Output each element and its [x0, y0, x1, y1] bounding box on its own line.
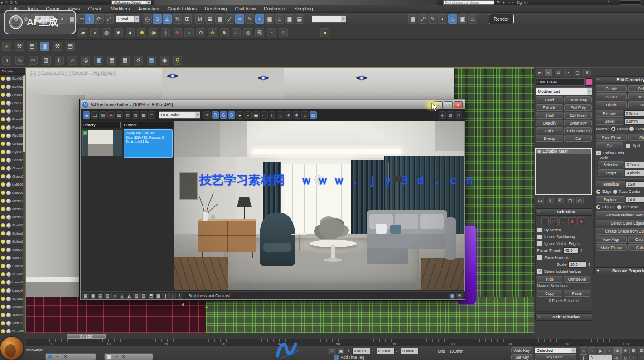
selection-checkbox[interactable]: By Vertex — [537, 226, 591, 233]
modifier-button[interactable]: Shell — [536, 112, 563, 119]
viewport-nav-icon[interactable]: ◔ — [629, 355, 637, 360]
viewport-nav-icon[interactable]: ⊡ — [638, 347, 644, 354]
scatter-object-icon[interactable]: ∦ — [161, 28, 170, 37]
vfb-correction-icon[interactable]: ◭ — [126, 293, 132, 299]
coord-system-dropdown[interactable]: Local▾ — [116, 15, 140, 23]
extrude-button[interactable]: Extrude — [596, 110, 623, 117]
toolbar-icon[interactable]: ▣ — [94, 56, 103, 65]
toolbar-icon[interactable]: ✎ — [245, 14, 254, 24]
modifier-button[interactable]: UVW Map — [564, 96, 592, 103]
visibility-bulb-icon[interactable] — [1, 231, 5, 235]
toolbar-icon[interactable]: ✎ — [428, 14, 437, 24]
vfb-toolbar-icon[interactable]: ● — [236, 111, 243, 119]
stack-toolbar-icon[interactable]: ⎘ — [557, 197, 564, 204]
viewport-nav-icon[interactable]: ⊞ — [629, 347, 637, 354]
maximize-button[interactable]: ▢ — [444, 101, 453, 108]
scrollbar[interactable] — [23, 75, 25, 329]
visibility-bulb-icon[interactable] — [1, 321, 5, 325]
scatter-object-icon[interactable]: ⎘ — [255, 28, 264, 37]
scene-object-row[interactable]: Box003 — [0, 91, 25, 99]
vfb-toolbar-icon[interactable]: ❖ — [285, 111, 292, 119]
scene-object-row[interactable]: Lamp001 — [0, 278, 25, 287]
toolbar-icon[interactable]: ▦ — [107, 56, 116, 65]
menu-item[interactable]: Rendering — [201, 6, 231, 11]
toolbar-icon[interactable]: ∿ — [15, 56, 24, 65]
visibility-bulb-icon[interactable] — [1, 158, 5, 162]
toolbar-icon[interactable]: ☌ — [134, 56, 143, 65]
toolbar-icon[interactable]: ≣ — [205, 14, 214, 24]
vfb-correction-icon[interactable]: ▩ — [155, 293, 161, 299]
vfb-toolbar-icon[interactable]: ● — [244, 111, 252, 119]
scrollbar-thumb[interactable] — [23, 75, 25, 152]
radio-face-center[interactable] — [613, 189, 618, 194]
modifier-button[interactable]: TurboSmooth — [564, 127, 592, 134]
viewport-nav-icon[interactable]: ↻ — [621, 355, 629, 360]
scatter-object-icon[interactable]: ☘ — [208, 28, 217, 37]
edit-geometry-wide-button[interactable]: Create Shape from Edges — [596, 228, 644, 235]
scatter-object-icon[interactable]: ◉ — [149, 28, 158, 37]
toolbar-icon[interactable]: ▤ — [215, 14, 224, 24]
maxscript-mini-listener[interactable]: MAXScript — [26, 348, 42, 352]
bevel-button[interactable]: Bevel — [596, 118, 623, 125]
menu-item[interactable]: Animation — [134, 6, 164, 11]
vfb-correction-icon[interactable]: ≈ — [111, 293, 118, 299]
checkbox-box[interactable]: ✓ — [537, 269, 542, 274]
subobject-mode-icon[interactable]: ⬟ — [568, 217, 576, 225]
viewport-nav-icon[interactable]: ⊙ — [613, 347, 621, 354]
visibility-bulb-icon[interactable] — [1, 134, 5, 138]
scene-object-row[interactable]: Cyl001 — [0, 148, 25, 156]
viewport-shading-label[interactable]: [ Smooth + Highlights ] — [70, 70, 116, 75]
scene-object-row[interactable]: Spline01 — [0, 230, 25, 238]
toolbar-icon[interactable]: M — [195, 14, 204, 24]
slice-button[interactable]: Slice — [628, 134, 644, 141]
toolbar-icon[interactable]: ❨ — [55, 56, 64, 65]
visibility-bulb-icon[interactable] — [1, 142, 5, 146]
visibility-bulb-icon[interactable] — [1, 191, 5, 195]
scene-object-row[interactable]: Vase001 — [0, 319, 25, 327]
vfb-toolbar-icon[interactable]: ♨ — [301, 111, 309, 119]
toolbar-icon[interactable]: 3 — [153, 14, 162, 24]
vfb-toolbar-icon[interactable]: ⌂ — [277, 111, 284, 119]
paste-button[interactable]: Paste — [564, 290, 590, 297]
subobject-mode-icon[interactable]: ⬢ — [577, 217, 585, 225]
wire-color-swatch[interactable] — [586, 78, 592, 86]
vfb-toolbar-icon[interactable]: ▧ — [124, 111, 131, 119]
visibility-bulb-icon[interactable] — [1, 240, 5, 244]
quick-access-icon[interactable]: ⎙ — [5, 0, 8, 5]
vfb-correction-icon[interactable]: ⬒ — [148, 293, 154, 299]
scene-object-row[interactable]: Spline02 — [0, 238, 25, 246]
hide-button[interactable]: Hide — [537, 276, 562, 283]
scene-object-row[interactable]: Circle001 — [0, 140, 25, 148]
edit-geometry-button[interactable]: Grid Align — [628, 236, 644, 243]
viewport-camera-label[interactable]: [ Camera001 ] — [38, 70, 67, 75]
time-slider-handle[interactable]: 0 / 100 — [67, 334, 106, 339]
vfb-correction-icon[interactable]: ⌇ — [177, 293, 183, 299]
search-input[interactable] — [443, 0, 494, 5]
vfb-toolbar-icon[interactable]: ❤ — [203, 111, 211, 119]
visibility-bulb-icon[interactable] — [1, 305, 5, 309]
planar-thresh-field[interactable]: 45.0 — [563, 247, 579, 254]
quick-access-icon[interactable]: ↻ — [15, 0, 18, 5]
explode-button[interactable]: Explode — [596, 196, 625, 203]
toolbar-icon[interactable]: ⚲ — [173, 56, 182, 65]
scene-object-row[interactable]: Plane002 — [0, 124, 25, 132]
toolbar-icon[interactable]: ⊞ — [183, 14, 192, 24]
modifier-button[interactable]: Quadify — [536, 120, 563, 126]
command-panel-tab[interactable]: ⧉ — [555, 69, 562, 76]
maximize-icon[interactable]: ▪ — [57, 355, 58, 359]
vfb-toolbar-icon[interactable]: ◈ — [439, 111, 446, 119]
visibility-bulb-icon[interactable] — [1, 125, 5, 130]
command-panel-tab[interactable]: ➤ — [536, 69, 543, 76]
visibility-bulb-icon[interactable] — [1, 256, 5, 260]
y-coord-field[interactable]: 0.0mm — [377, 348, 395, 354]
selection-checkbox[interactable]: Ignore Backfacing — [537, 233, 591, 240]
visibility-bulb-icon[interactable] — [1, 280, 5, 284]
vfb-toolbar-icon[interactable]: ◍ — [447, 111, 454, 119]
copy-button[interactable]: Copy — [537, 290, 562, 297]
close-icon[interactable]: ✕ — [64, 355, 68, 359]
object-name-field[interactable]: Low_685M — [536, 78, 585, 86]
viewport-nav-icon[interactable]: ⬚ — [638, 355, 644, 360]
edit-geometry-button[interactable]: Attach — [596, 93, 627, 100]
history-entry-info[interactable]: V-Ray Adv 3.00.08Size: 800x482, Passes: … — [124, 129, 173, 158]
stack-toolbar-icon[interactable]: ⊟ — [567, 197, 574, 204]
